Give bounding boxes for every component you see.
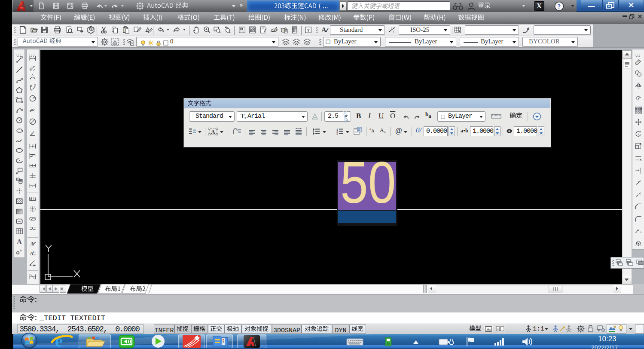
svg-text:A: A — [30, 251, 34, 257]
svg-text:A: A — [321, 26, 327, 34]
svg-text:?: ? — [307, 27, 310, 34]
svg-text:A: A — [17, 238, 22, 246]
svg-text:X: X — [34, 84, 36, 87]
svg-text:A: A — [211, 129, 215, 135]
svg-text:?: ? — [558, 3, 561, 10]
svg-text:Y: Y — [31, 89, 33, 92]
svg-text:3: 3 — [336, 133, 338, 136]
svg-text:1: 1 — [34, 197, 36, 201]
